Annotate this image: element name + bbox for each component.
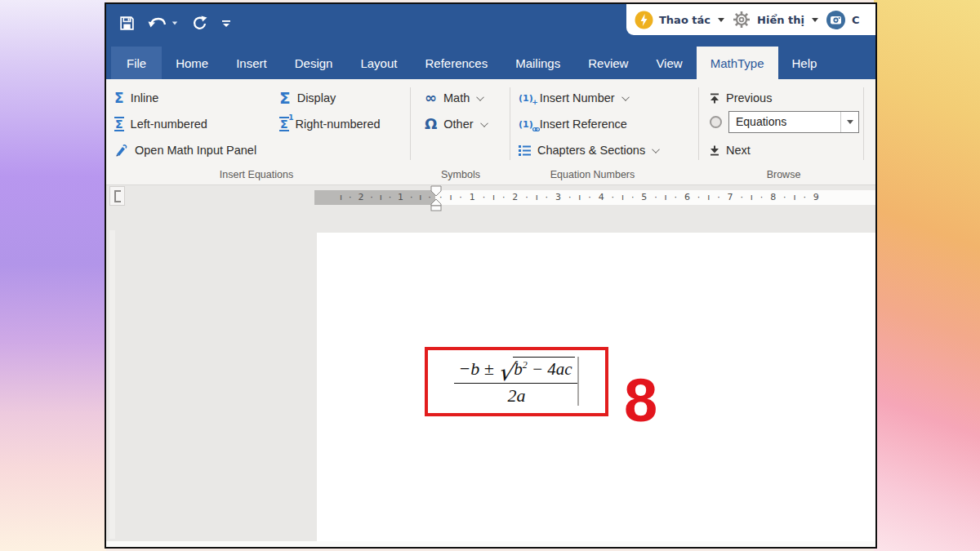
ribbon-tab-row: File Home Insert Design Layout Reference…	[106, 47, 875, 79]
tab-view[interactable]: View	[642, 47, 696, 79]
browse-target-icon	[710, 116, 722, 128]
save-icon	[118, 15, 136, 32]
customize-quick-access-button[interactable]	[220, 18, 232, 29]
insert-reference-icon: (1)	[519, 120, 533, 129]
square-root: √ b2 − 4ac	[498, 357, 575, 380]
chevron-down-icon	[480, 119, 488, 127]
list-icon	[519, 145, 531, 156]
quadratic-formula-equation[interactable]: −b ± √ b2 − 4ac 2a	[454, 357, 578, 407]
next-icon	[710, 145, 719, 156]
insert-number-icon: (1)+	[519, 94, 533, 103]
right-numbered-label: Right-numbered	[296, 118, 381, 131]
tab-mathtype[interactable]: MathType	[697, 47, 778, 79]
ribbon-separator	[863, 87, 864, 160]
tab-layout[interactable]: Layout	[346, 47, 411, 79]
left-numbered-equation-button[interactable]: Σ Left-numbered	[114, 113, 207, 135]
customize-toolbar-icon	[220, 18, 232, 29]
left-tab-icon	[114, 190, 121, 202]
open-math-input-panel-button[interactable]: Open Math Input Panel	[114, 140, 256, 161]
word-window: Thao tác Hiển thị	[105, 2, 877, 549]
inline-equation-button[interactable]: Σ Inline	[114, 87, 158, 109]
overlay-display-label[interactable]: Hiển thị	[757, 14, 804, 26]
equation-numerator: −b ± √ b2 − 4ac	[454, 357, 578, 380]
overlay-display-caret[interactable]	[812, 18, 818, 22]
undo-dropdown-caret[interactable]	[172, 22, 177, 25]
capture-overlay-toolbar: Thao tác Hiển thị	[626, 4, 875, 35]
ribbon-separator	[698, 87, 699, 160]
equation-numbers-group-label: Equation Numbers	[513, 169, 672, 180]
tab-references[interactable]: References	[411, 47, 501, 79]
math-symbols-button[interactable]: ∞ Math	[425, 87, 483, 109]
tab-mailings[interactable]: Mailings	[501, 47, 574, 79]
tab-insert[interactable]: Insert	[222, 47, 281, 79]
sigma-one-badge: 1	[288, 113, 293, 122]
previous-icon	[710, 93, 719, 104]
right-numbered-equation-button[interactable]: Σ 1 Right-numbered	[279, 113, 381, 135]
fraction-bar	[454, 383, 578, 384]
insert-reference-button[interactable]: (1) Insert Reference	[519, 113, 627, 135]
previous-equation-button[interactable]: Previous	[710, 87, 772, 109]
other-label: Other	[443, 118, 473, 131]
math-label: Math	[443, 91, 470, 104]
gear-icon[interactable]	[732, 10, 751, 29]
inline-label: Inline	[131, 91, 159, 104]
overlay-actions-label[interactable]: Thao tác	[659, 14, 710, 26]
math-input-pen-icon	[114, 144, 128, 158]
next-label: Next	[726, 144, 751, 157]
tab-review[interactable]: Review	[574, 47, 642, 79]
overlay-actions-caret[interactable]	[718, 18, 724, 22]
chapters-sections-button[interactable]: Chapters & Sections	[519, 140, 659, 161]
tab-design[interactable]: Design	[281, 47, 347, 79]
lightning-icon[interactable]	[635, 11, 653, 29]
insert-equations-group-label: Insert Equations	[106, 169, 407, 180]
numerator-prefix: −b ±	[458, 358, 493, 380]
previous-label: Previous	[726, 91, 772, 104]
other-symbols-button[interactable]: Ω Other	[425, 113, 488, 135]
tab-home[interactable]: Home	[162, 47, 222, 79]
tab-stop-selector[interactable]	[109, 186, 125, 206]
tab-file[interactable]: File	[111, 47, 162, 79]
browse-target-row: Equations	[710, 111, 859, 132]
title-bar: Thao tác Hiển thị	[106, 4, 875, 47]
desktop: Thao tác Hiển thị	[0, 0, 980, 551]
browse-group-label: Browse	[708, 169, 859, 180]
combobox-dropdown-button[interactable]	[840, 112, 858, 132]
text-cursor	[577, 357, 579, 406]
symbols-group-label: Symbols	[415, 169, 506, 180]
sigma-inline-icon: Σ	[114, 91, 124, 105]
next-equation-button[interactable]: Next	[710, 140, 751, 161]
save-button[interactable]	[118, 15, 136, 32]
equations-combobox[interactable]: Equations	[728, 111, 859, 133]
sigma-left-numbered-icon: Σ	[114, 117, 124, 131]
redo-button[interactable]	[192, 16, 208, 32]
insert-number-button[interactable]: (1)+ Insert Number	[519, 87, 629, 109]
vertical-ruler	[109, 230, 115, 539]
infinity-icon: ∞	[425, 91, 437, 105]
camera-icon[interactable]	[826, 10, 846, 30]
open-math-input-panel-label: Open Math Input Panel	[135, 144, 256, 157]
indent-marker-handle[interactable]	[430, 185, 443, 211]
equation-highlight-box: −b ± √ b2 − 4ac 2a	[425, 347, 608, 416]
equation-denominator: 2a	[454, 385, 578, 407]
ribbon-separator	[410, 87, 411, 160]
sigma-display-icon: Σ	[279, 90, 291, 106]
step-number-annotation: 8	[624, 372, 657, 429]
undo-button[interactable]	[148, 16, 180, 31]
tab-help[interactable]: Help	[778, 47, 831, 79]
wallpaper-gradient-left	[0, 0, 106, 551]
horizontal-ruler[interactable]: ı · 2 · ı · 1 · ı · · ı · 1 · ı · 2 · ı …	[314, 190, 875, 205]
ruler-page-section: · ı · 1 · ı · 2 · ı · 3 · ı · 4 · ı · 5 …	[435, 190, 875, 205]
bottom-strip	[106, 541, 875, 547]
display-equation-button[interactable]: Σ Display	[279, 87, 336, 109]
chevron-down-icon	[652, 145, 660, 153]
omega-icon: Ω	[425, 117, 437, 131]
overlay-partial-text: C	[852, 14, 860, 26]
left-numbered-label: Left-numbered	[131, 118, 207, 131]
document-area: ı · 2 · ı · 1 · ı · · ı · 1 · ı · 2 · ı …	[106, 185, 875, 547]
equations-combobox-value: Equations	[729, 112, 840, 132]
insert-number-label: Insert Number	[540, 91, 615, 104]
undo-icon	[148, 16, 167, 31]
caret-down-icon	[847, 120, 853, 124]
redo-icon	[192, 16, 208, 32]
insert-reference-label: Insert Reference	[540, 118, 627, 131]
